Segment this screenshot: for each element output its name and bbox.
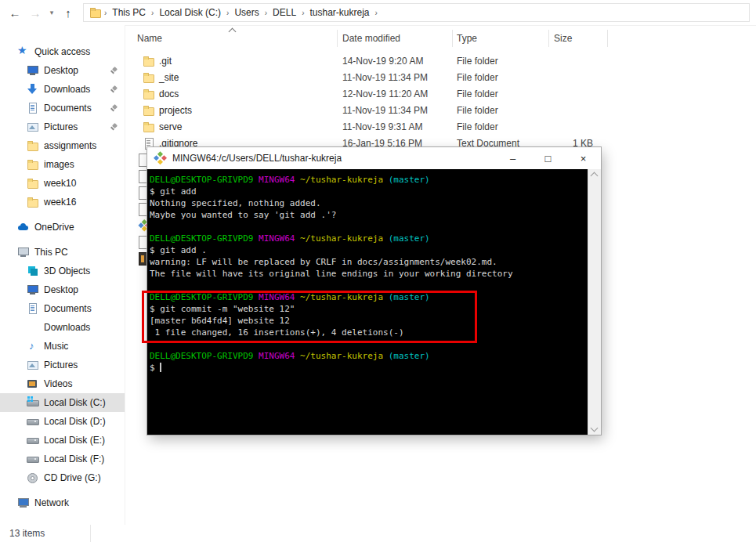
close-button[interactable]: × — [566, 147, 601, 169]
sidebar-item-icon — [27, 453, 39, 465]
column-headers: Name Date modified Type Size — [125, 30, 756, 47]
column-divider[interactable] — [452, 30, 453, 47]
breadcrumb-item[interactable]: DELL — [268, 7, 301, 18]
sidebar-item[interactable]: Local Disk (E:) — [0, 431, 125, 450]
terminal-line: Maybe you wanted to say 'git add .'? — [150, 209, 588, 221]
sidebar-item[interactable]: Documents — [0, 299, 125, 318]
sidebar-item[interactable]: images — [0, 155, 125, 174]
file-type: File folder — [457, 121, 498, 132]
sidebar-item[interactable]: Desktop — [0, 61, 125, 80]
sidebar-item-label: images — [44, 159, 74, 170]
pin-icon — [110, 123, 118, 131]
sidebar-item-icon — [27, 177, 39, 190]
sidebar-item[interactable]: week16 — [0, 193, 125, 211]
column-header-size[interactable]: Size — [554, 33, 572, 44]
sidebar-item[interactable]: Local Disk (D:) — [0, 412, 125, 431]
breadcrumb-item[interactable]: tushar-kukreja — [305, 7, 374, 18]
column-divider[interactable] — [337, 30, 338, 47]
pin-icon — [110, 67, 118, 74]
column-divider[interactable] — [607, 30, 608, 47]
column-header-name[interactable]: Name — [137, 33, 162, 44]
minimize-button[interactable]: – — [495, 147, 530, 169]
sidebar-item-label: week16 — [44, 197, 76, 208]
sidebar-item-icon — [17, 497, 30, 509]
sidebar-item[interactable]: This PC — [0, 243, 125, 262]
sidebar-item[interactable]: 3D Objects — [0, 262, 125, 280]
file-icon — [143, 88, 155, 100]
sidebar-item-label: Downloads — [44, 322, 90, 333]
sidebar-item-label: Local Disk (C:) — [44, 397, 106, 408]
file-row[interactable]: serve 11-Nov-19 9:31 AM File folder — [125, 119, 756, 136]
sidebar-item-icon — [27, 139, 39, 152]
sidebar-item-icon — [27, 340, 39, 352]
file-row[interactable]: projects 11-Nov-19 11:34 PM File folder — [125, 103, 756, 119]
sidebar-item[interactable]: Music — [0, 337, 125, 356]
breadcrumb-item[interactable]: Users — [230, 7, 263, 18]
breadcrumb-item[interactable]: Local Disk (C:) — [154, 7, 226, 18]
maximize-button[interactable]: □ — [530, 147, 566, 169]
sidebar-item-label: Documents — [44, 303, 92, 314]
address-bar[interactable]: › This PC › Local Disk (C:) › Users › DE… — [83, 3, 750, 22]
file-date-modified: 11-Nov-19 11:34 PM — [342, 72, 428, 83]
sidebar-item[interactable]: week10 — [0, 174, 125, 193]
column-divider[interactable] — [548, 30, 549, 47]
file-name: projects — [159, 105, 192, 116]
toolbar: ← → ▾ ↑ › This PC › Local Disk (C:) › Us… — [0, 0, 756, 26]
sidebar-item[interactable]: Documents — [0, 99, 125, 117]
sidebar-item[interactable]: Local Disk (F:) — [0, 450, 125, 468]
sidebar-item-icon — [27, 359, 39, 371]
sidebar-item-icon — [17, 246, 30, 258]
sidebar-item-icon — [27, 434, 39, 446]
file-name: serve — [159, 121, 182, 132]
sidebar-item[interactable]: CD Drive (G:) — [0, 468, 125, 487]
sidebar-item[interactable]: Pictures — [0, 117, 125, 136]
scroll-up-icon[interactable] — [591, 172, 599, 180]
up-button[interactable]: ↑ — [58, 6, 78, 20]
sidebar-item-icon — [17, 221, 30, 233]
terminal-titlebar[interactable]: MINGW64:/c/Users/DELL/tushar-kukreja – □… — [147, 147, 601, 169]
sidebar-item[interactable]: assignments — [0, 136, 125, 155]
sidebar-item[interactable]: Desktop — [0, 280, 125, 299]
sidebar-item[interactable]: Network — [0, 493, 125, 512]
sidebar-item[interactable]: Pictures — [0, 356, 125, 374]
file-row[interactable]: docs 12-Nov-19 11:20 AM File folder — [125, 86, 756, 103]
column-header-type[interactable]: Type — [457, 33, 477, 44]
sidebar-item-label: Downloads — [44, 84, 90, 95]
sidebar-item-icon — [27, 472, 39, 484]
breadcrumb-item[interactable]: This PC — [107, 7, 150, 18]
terminal-line: $ git add — [150, 186, 588, 197]
file-row[interactable]: .git 14-Nov-19 9:20 AM File folder — [125, 53, 756, 70]
terminal-line — [150, 280, 588, 291]
file-type: File folder — [457, 89, 498, 99]
scroll-down-icon[interactable] — [591, 425, 599, 432]
sidebar-item-label: OneDrive — [34, 222, 74, 233]
terminal-line: $ git add . — [150, 244, 588, 256]
git-bash-icon — [153, 151, 167, 165]
file-type: File folder — [457, 72, 498, 83]
file-explorer-window: ← → ▾ ↑ › This PC › Local Disk (C:) › Us… — [0, 0, 756, 542]
back-button[interactable]: ← — [5, 6, 25, 20]
sidebar-item[interactable]: Local Disk (C:) — [0, 393, 125, 412]
sidebar-item-label: Pictures — [44, 360, 78, 370]
sidebar-item-label: Network — [34, 497, 69, 508]
sidebar-item[interactable]: Videos — [0, 374, 125, 393]
recent-locations-dropdown[interactable]: ▾ — [45, 9, 58, 16]
sidebar-item-icon — [27, 196, 39, 208]
sidebar-item-icon — [27, 302, 39, 315]
sidebar-item[interactable]: Quick access — [0, 42, 125, 61]
navigation-pane: Quick access Desktop Downloads Documents — [0, 25, 125, 525]
sidebar-item-label: Documents — [44, 103, 92, 114]
sidebar-item[interactable]: OneDrive — [0, 218, 125, 237]
column-header-date-modified[interactable]: Date modified — [342, 33, 400, 44]
file-row[interactable]: _site 11-Nov-19 11:34 PM File folder — [125, 70, 756, 86]
sidebar-item[interactable]: Downloads — [0, 80, 125, 99]
status-bar: 13 items — [0, 525, 756, 542]
sidebar-item-label: Videos — [44, 378, 72, 389]
terminal-scrollbar[interactable] — [588, 169, 601, 435]
forward-button[interactable]: → — [25, 6, 45, 20]
terminal-line: DELL@DESKTOP-GRIVPD9 MINGW64 ~/tushar-ku… — [150, 233, 588, 244]
pin-icon — [110, 85, 118, 93]
sidebar-item[interactable]: Downloads — [0, 318, 125, 337]
file-type: File folder — [457, 105, 498, 116]
terminal-line: DELL@DESKTOP-GRIVPD9 MINGW64 ~/tushar-ku… — [150, 350, 588, 362]
